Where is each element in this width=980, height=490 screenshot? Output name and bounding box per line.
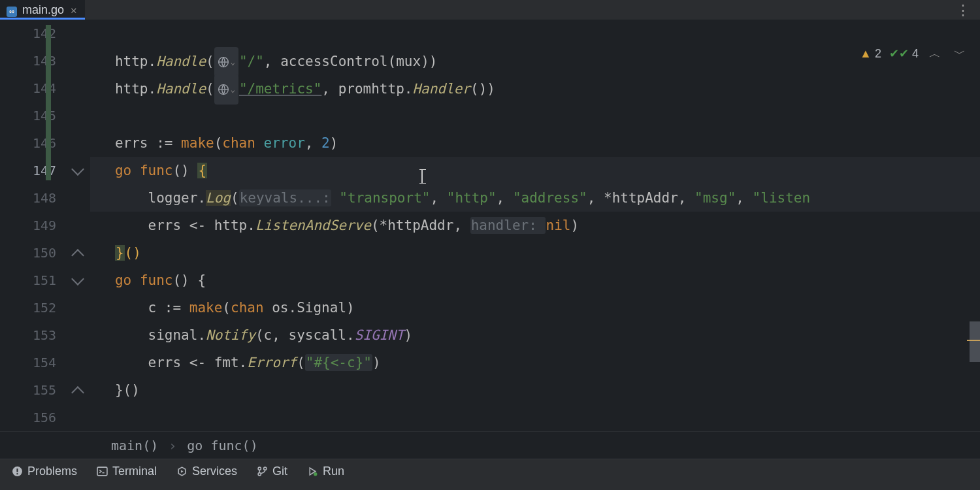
- problems-icon: [12, 466, 23, 477]
- tab-filename: main.go: [22, 3, 64, 17]
- fold-toggle-icon[interactable]: [71, 249, 84, 262]
- line-number: 153: [0, 321, 56, 349]
- go-file-icon: [7, 5, 17, 15]
- svg-rect-12: [97, 467, 107, 476]
- code-line-153: signal.Notify(c, syscall.SIGINT): [90, 321, 980, 349]
- line-number: 154: [0, 349, 56, 376]
- more-menu-button[interactable]: ⋮: [956, 2, 971, 18]
- warnings-badge[interactable]: ▲ 2: [860, 47, 881, 61]
- line-number: 156: [0, 404, 56, 431]
- problems-tool[interactable]: Problems: [12, 465, 77, 478]
- code-line-143: http.Handle(⌄"/", accessControl(mux)): [90, 47, 980, 74]
- svg-rect-11: [16, 473, 18, 474]
- close-icon[interactable]: ✕: [69, 4, 78, 16]
- editor[interactable]: 1421431441451461471481491501511521531541…: [0, 20, 980, 431]
- inspection-widget[interactable]: ▲ 2 ✔✔ 4 ︿ ﹀: [860, 46, 968, 61]
- breadcrumb-item[interactable]: go func(): [187, 438, 257, 453]
- svg-point-3: [10, 11, 10, 12]
- svg-point-15: [264, 467, 267, 470]
- code-line-155: }(): [90, 376, 980, 404]
- svg-point-4: [12, 11, 13, 12]
- tool-window-bar: Problems Terminal Services Git Run: [0, 459, 980, 483]
- run-icon: [307, 466, 318, 477]
- svg-point-17: [314, 472, 317, 476]
- git-branch-icon: [257, 466, 268, 477]
- code-line-152: c := make(chan os.Signal): [90, 294, 980, 321]
- run-tool[interactable]: Run: [307, 465, 344, 478]
- line-gutter: 1421431441451461471481491501511521531541…: [0, 20, 65, 431]
- code-line-146: errs := make(chan error, 2): [90, 129, 980, 157]
- svg-point-16: [258, 473, 261, 476]
- terminal-tool[interactable]: Terminal: [97, 465, 157, 478]
- scrollbar-thumb[interactable]: [970, 321, 980, 362]
- fold-toggle-icon[interactable]: [71, 272, 84, 286]
- line-number: 149: [0, 212, 56, 239]
- line-number: 155: [0, 376, 56, 404]
- code-line-154: errs <- fmt.Errorf("#{<-c}"): [90, 349, 980, 376]
- file-tab[interactable]: main.go ✕: [0, 0, 85, 20]
- services-icon: [176, 466, 188, 477]
- status-bar: [0, 483, 980, 490]
- line-number: 150: [0, 239, 56, 267]
- prev-highlight-icon[interactable]: ︿: [926, 46, 943, 61]
- breadcrumb-item[interactable]: main(): [111, 438, 158, 453]
- svg-rect-10: [16, 468, 18, 472]
- checks-badge[interactable]: ✔✔ 4: [889, 46, 919, 61]
- code-line-142: [90, 20, 980, 47]
- fold-toggle-icon[interactable]: [71, 163, 84, 176]
- code-line-151: go func() {: [90, 267, 980, 294]
- line-number: 148: [0, 184, 56, 212]
- globe-icon[interactable]: ⌄: [214, 74, 238, 105]
- fold-toggle-icon[interactable]: [71, 386, 84, 399]
- terminal-icon: [97, 466, 108, 477]
- svg-rect-0: [7, 7, 17, 17]
- code-line-144: http.Handle(⌄"/metrics", promhttp.Handle…: [90, 74, 980, 102]
- tab-bar: main.go ✕ ⋮: [0, 0, 980, 20]
- code-line-150: }(): [90, 239, 980, 267]
- fold-strip: [65, 20, 90, 431]
- breadcrumb: main() › go func(): [0, 431, 980, 459]
- code-line-147: go func() {: [90, 157, 980, 184]
- next-highlight-icon[interactable]: ﹀: [951, 46, 968, 61]
- code-line-145: [90, 102, 980, 129]
- globe-icon[interactable]: ⌄: [214, 47, 238, 77]
- code-area[interactable]: ▲ 2 ✔✔ 4 ︿ ﹀ http.Handle(⌄"/", accessCon…: [90, 20, 980, 431]
- text-caret-icon: [421, 170, 423, 183]
- services-tool[interactable]: Services: [176, 465, 237, 478]
- line-number: 151: [0, 267, 56, 294]
- code-line-148: logger.Log(keyvals...: "transport", "htt…: [90, 184, 980, 212]
- chevron-right-icon: ›: [169, 438, 176, 453]
- git-tool[interactable]: Git: [257, 465, 287, 478]
- line-number: 152: [0, 294, 56, 321]
- code-line-149: errs <- http.ListenAndServe(*httpAddr, h…: [90, 212, 980, 239]
- code-line-156: [90, 404, 980, 431]
- vcs-change-marker: [46, 25, 51, 180]
- svg-point-14: [258, 467, 261, 470]
